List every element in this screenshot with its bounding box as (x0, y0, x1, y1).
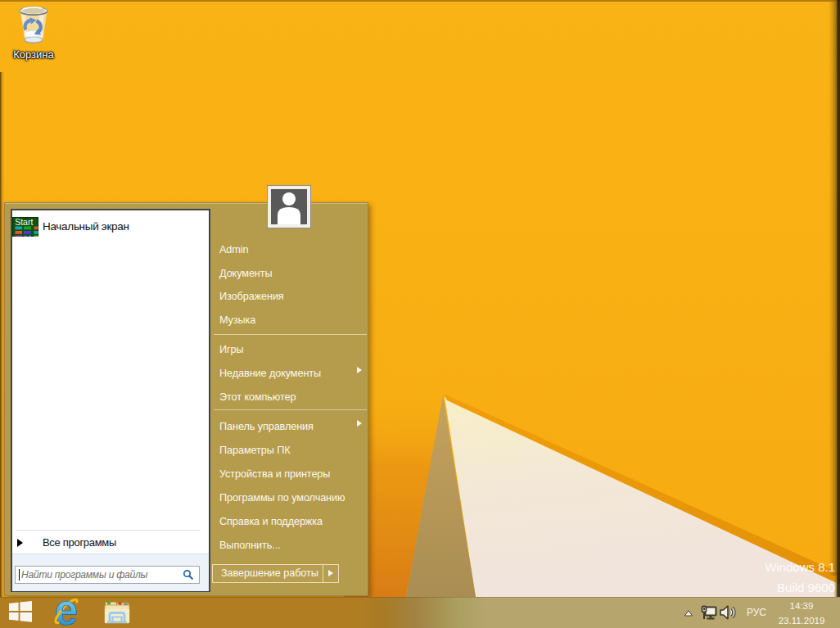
svg-text:Start: Start (15, 217, 33, 227)
